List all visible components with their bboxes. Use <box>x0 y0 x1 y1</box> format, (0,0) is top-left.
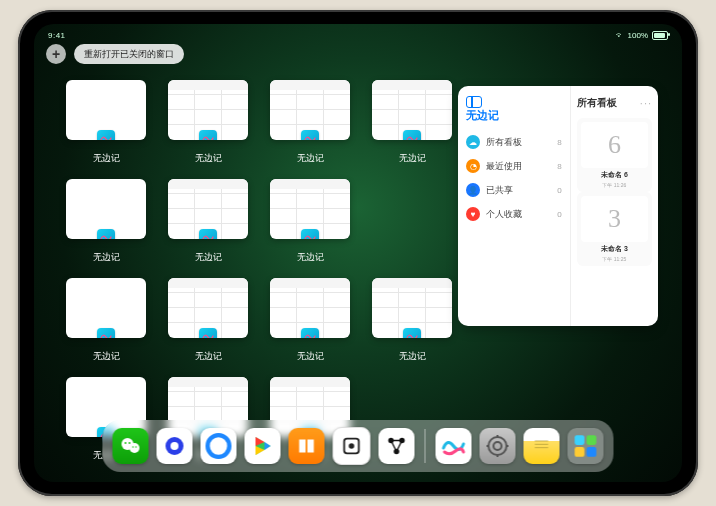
app-thumbnail <box>270 278 350 338</box>
freeform-app-icon <box>199 328 217 338</box>
svg-point-4 <box>132 446 134 448</box>
app-thumbnail <box>372 278 452 338</box>
app-thumbnail <box>168 278 248 338</box>
panel-list-item-count: 0 <box>557 210 561 219</box>
app-switcher-label: 无边记 <box>399 350 426 363</box>
share-icon: 👤 <box>466 183 480 197</box>
app-switcher-label: 无边记 <box>93 350 120 363</box>
app-switcher-item[interactable]: 无边记 <box>372 80 452 165</box>
app-switcher-item[interactable]: 无边记 <box>270 179 350 264</box>
panel-list-item-label: 已共享 <box>486 184 551 197</box>
panel-list: ☁所有看板8◔最近使用8👤已共享0♥个人收藏0 <box>466 135 562 221</box>
app-thumbnail <box>66 80 146 140</box>
freeform-app-icon <box>199 229 217 239</box>
panel-list-item[interactable]: 👤已共享0 <box>466 183 562 197</box>
app-switcher-label: 无边记 <box>195 152 222 165</box>
svg-point-8 <box>208 435 230 457</box>
app-switcher-label: 无边记 <box>399 152 426 165</box>
panel-content-title: 所有看板 <box>577 96 617 110</box>
freeform-app-icon <box>301 328 319 338</box>
dock-icon-dice[interactable] <box>333 427 371 465</box>
freeform-app-icon <box>97 130 115 140</box>
app-thumbnail <box>168 80 248 140</box>
panel-list-item[interactable]: ◔最近使用8 <box>466 159 562 173</box>
board-timestamp: 下午 11:25 <box>602 256 626 262</box>
app-thumbnail <box>66 278 146 338</box>
dock-icon-play[interactable] <box>245 428 281 464</box>
panel-content: 所有看板 ··· 6未命名 6下午 11:263未命名 3下午 11:25 <box>571 86 658 326</box>
cloud-icon: ☁ <box>466 135 480 149</box>
add-button[interactable]: + <box>46 44 66 64</box>
dock-icon-graph[interactable] <box>379 428 415 464</box>
wifi-icon: ᯤ <box>616 31 624 40</box>
board-preview: 6 <box>581 122 648 168</box>
board-item[interactable]: 6未命名 6下午 11:26 <box>577 118 652 192</box>
app-switcher-label: 无边记 <box>297 251 324 264</box>
freeform-app-icon <box>301 130 319 140</box>
panel-list-item-count: 0 <box>557 186 561 195</box>
app-switcher-item[interactable]: 无边记 <box>168 179 248 264</box>
app-thumbnail <box>372 80 452 140</box>
app-switcher-label: 无边记 <box>93 251 120 264</box>
dock-icon-freeform[interactable] <box>436 428 472 464</box>
panel-list-item-label: 所有看板 <box>486 136 551 149</box>
freeform-app-icon <box>403 130 421 140</box>
svg-rect-30 <box>587 447 597 457</box>
panel-title: 无边记 <box>466 108 562 123</box>
freeform-panel: 无边记 ☁所有看板8◔最近使用8👤已共享0♥个人收藏0 所有看板 ··· 6未命… <box>458 86 658 326</box>
panel-list-item-label: 个人收藏 <box>486 208 551 221</box>
board-item[interactable]: 3未命名 3下午 11:25 <box>577 192 652 266</box>
freeform-app-icon <box>403 328 421 338</box>
dock-icon-settings[interactable] <box>480 428 516 464</box>
svg-point-2 <box>125 442 127 444</box>
app-switcher-item[interactable]: 无边记 <box>66 179 146 264</box>
freeform-app-icon <box>97 229 115 239</box>
app-thumbnail <box>66 179 146 239</box>
svg-rect-27 <box>575 435 585 445</box>
freeform-app-icon <box>97 328 115 338</box>
dock-icon-folder[interactable] <box>568 428 604 464</box>
panel-list-item[interactable]: ☁所有看板8 <box>466 135 562 149</box>
panel-list-item-count: 8 <box>557 162 561 171</box>
app-switcher-item[interactable]: 无边记 <box>270 80 350 165</box>
dock-icon-quark[interactable] <box>157 428 193 464</box>
more-icon[interactable]: ··· <box>640 97 652 109</box>
top-controls: + 重新打开已关闭的窗口 <box>46 44 184 64</box>
freeform-app-icon <box>199 130 217 140</box>
svg-marker-12 <box>265 442 271 450</box>
app-switcher-item[interactable]: 无边记 <box>168 278 248 363</box>
app-switcher-grid: 无边记无边记无边记无边记无边记无边记无边记无边记无边记无边记无边记无边记无边记无… <box>66 80 446 462</box>
app-thumbnail <box>270 80 350 140</box>
dock-icon-books[interactable] <box>289 428 325 464</box>
status-time: 9:41 <box>48 31 66 40</box>
app-switcher-item[interactable]: 无边记 <box>372 278 452 363</box>
app-switcher-item[interactable]: 无边记 <box>270 278 350 363</box>
svg-point-18 <box>489 437 507 455</box>
panel-list-item-count: 8 <box>557 138 561 147</box>
svg-point-1 <box>130 443 140 453</box>
app-switcher-item[interactable]: 无边记 <box>66 278 146 363</box>
app-switcher-item[interactable]: 无边记 <box>168 80 248 165</box>
status-right: ᯤ 100% <box>616 31 668 40</box>
app-switcher-label: 无边记 <box>195 251 222 264</box>
dock <box>103 420 614 472</box>
app-switcher-item[interactable]: 无边记 <box>66 80 146 165</box>
svg-point-14 <box>349 443 355 449</box>
app-thumbnail <box>270 179 350 239</box>
board-list: 6未命名 6下午 11:263未命名 3下午 11:25 <box>577 118 652 266</box>
ipad-frame: 9:41 ᯤ 100% + 重新打开已关闭的窗口 无边记无边记无边记无边记无边记… <box>18 10 698 496</box>
svg-rect-28 <box>587 435 597 445</box>
dock-icon-baidu[interactable] <box>201 428 237 464</box>
sidebar-toggle-icon[interactable] <box>466 96 482 108</box>
heart-icon: ♥ <box>466 207 480 221</box>
panel-list-item[interactable]: ♥个人收藏0 <box>466 207 562 221</box>
app-switcher-label: 无边记 <box>93 152 120 165</box>
reopen-closed-window-pill[interactable]: 重新打开已关闭的窗口 <box>74 44 184 64</box>
dock-icon-wechat[interactable] <box>113 428 149 464</box>
dock-icon-notes[interactable] <box>524 428 560 464</box>
svg-point-5 <box>135 446 137 448</box>
app-switcher-label: 无边记 <box>195 350 222 363</box>
panel-list-item-label: 最近使用 <box>486 160 551 173</box>
svg-point-7 <box>171 442 179 450</box>
board-preview: 3 <box>581 196 648 242</box>
